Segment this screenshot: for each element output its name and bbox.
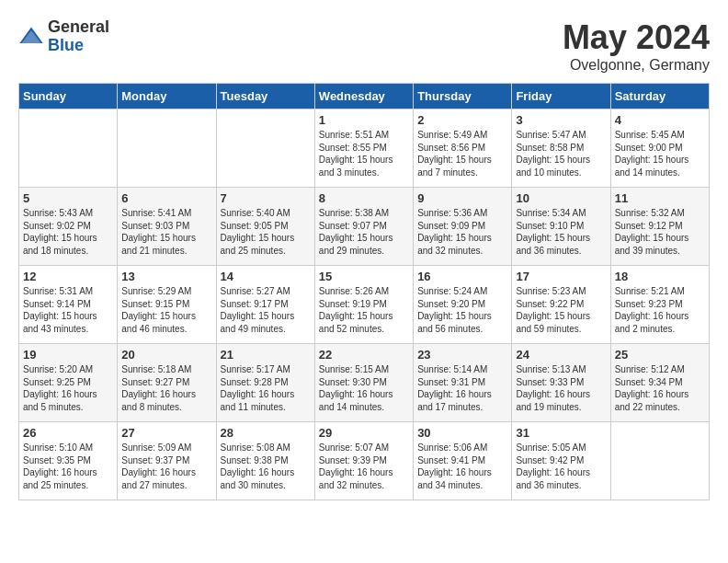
day-number: 26 [23,426,113,440]
day-number: 11 [615,191,705,205]
day-cell: 8Sunrise: 5:38 AM Sunset: 9:07 PM Daylig… [314,188,413,266]
day-cell: 31Sunrise: 5:05 AM Sunset: 9:42 PM Dayli… [512,422,610,500]
logo-blue-text: Blue [48,37,109,55]
day-number: 29 [319,426,409,440]
header-row: SundayMondayTuesdayWednesdayThursdayFrid… [19,84,710,109]
day-cell: 3Sunrise: 5:47 AM Sunset: 8:58 PM Daylig… [512,109,610,188]
day-cell: 14Sunrise: 5:27 AM Sunset: 9:17 PM Dayli… [216,266,314,344]
day-cell [610,422,709,500]
page-header: General Blue May 2024 Ovelgonne, Germany [18,18,710,74]
logo-general-text: General [48,18,109,37]
day-info: Sunrise: 5:45 AM Sunset: 9:00 PM Dayligh… [615,129,705,178]
day-info: Sunrise: 5:32 AM Sunset: 9:12 PM Dayligh… [615,207,705,257]
day-cell: 5Sunrise: 5:43 AM Sunset: 9:02 PM Daylig… [19,188,118,266]
day-number: 9 [417,191,507,205]
day-info: Sunrise: 5:34 AM Sunset: 9:10 PM Dayligh… [516,207,606,257]
day-number: 10 [516,191,606,205]
day-cell: 16Sunrise: 5:24 AM Sunset: 9:20 PM Dayli… [414,266,512,344]
day-cell: 28Sunrise: 5:08 AM Sunset: 9:38 PM Dayli… [216,422,314,500]
day-info: Sunrise: 5:18 AM Sunset: 9:27 PM Dayligh… [121,363,211,413]
day-info: Sunrise: 5:10 AM Sunset: 9:35 PM Dayligh… [23,442,113,491]
day-cell: 11Sunrise: 5:32 AM Sunset: 9:12 PM Dayli… [610,188,709,266]
day-info: Sunrise: 5:14 AM Sunset: 9:31 PM Dayligh… [417,363,507,413]
column-header-friday: Friday [512,84,610,109]
column-header-thursday: Thursday [414,84,512,109]
week-row-3: 12Sunrise: 5:31 AM Sunset: 9:14 PM Dayli… [19,266,710,344]
day-info: Sunrise: 5:27 AM Sunset: 9:17 PM Dayligh… [221,285,311,335]
day-number: 13 [121,270,211,283]
day-number: 28 [221,426,311,440]
logo-icon [18,24,44,50]
day-info: Sunrise: 5:41 AM Sunset: 9:03 PM Dayligh… [121,207,211,257]
day-number: 4 [615,113,705,127]
day-number: 30 [417,426,507,440]
day-cell: 9Sunrise: 5:36 AM Sunset: 9:09 PM Daylig… [414,188,512,266]
day-number: 25 [615,348,705,362]
day-cell: 4Sunrise: 5:45 AM Sunset: 9:00 PM Daylig… [610,109,709,188]
day-info: Sunrise: 5:20 AM Sunset: 9:25 PM Dayligh… [23,363,113,413]
location: Ovelgonne, Germany [563,57,710,74]
day-cell: 2Sunrise: 5:49 AM Sunset: 8:56 PM Daylig… [414,109,512,188]
day-cell [19,109,118,188]
day-info: Sunrise: 5:06 AM Sunset: 9:41 PM Dayligh… [417,442,507,491]
day-number: 18 [615,270,705,283]
day-info: Sunrise: 5:07 AM Sunset: 9:39 PM Dayligh… [319,442,409,491]
day-number: 24 [516,348,606,362]
day-number: 31 [516,426,606,440]
day-number: 15 [319,270,409,283]
day-info: Sunrise: 5:29 AM Sunset: 9:15 PM Dayligh… [121,285,211,335]
day-cell: 12Sunrise: 5:31 AM Sunset: 9:14 PM Dayli… [19,266,118,344]
day-info: Sunrise: 5:49 AM Sunset: 8:56 PM Dayligh… [417,129,507,178]
day-cell: 6Sunrise: 5:41 AM Sunset: 9:03 PM Daylig… [118,188,216,266]
day-number: 22 [319,348,409,362]
day-number: 7 [221,191,311,205]
title-block: May 2024 Ovelgonne, Germany [563,18,710,74]
day-info: Sunrise: 5:38 AM Sunset: 9:07 PM Dayligh… [319,207,409,257]
day-number: 20 [121,348,211,362]
day-cell: 17Sunrise: 5:23 AM Sunset: 9:22 PM Dayli… [512,266,610,344]
day-number: 16 [417,270,507,283]
day-info: Sunrise: 5:47 AM Sunset: 8:58 PM Dayligh… [516,129,606,178]
day-number: 14 [221,270,311,283]
day-info: Sunrise: 5:26 AM Sunset: 9:19 PM Dayligh… [319,285,409,335]
day-info: Sunrise: 5:51 AM Sunset: 8:55 PM Dayligh… [319,129,409,178]
day-number: 19 [23,348,113,362]
day-info: Sunrise: 5:31 AM Sunset: 9:14 PM Dayligh… [23,285,113,335]
day-cell [118,109,216,188]
column-header-sunday: Sunday [19,84,118,109]
week-row-4: 19Sunrise: 5:20 AM Sunset: 9:25 PM Dayli… [19,344,710,422]
day-cell: 7Sunrise: 5:40 AM Sunset: 9:05 PM Daylig… [216,188,314,266]
day-info: Sunrise: 5:23 AM Sunset: 9:22 PM Dayligh… [516,285,606,335]
day-cell: 23Sunrise: 5:14 AM Sunset: 9:31 PM Dayli… [414,344,512,422]
day-cell: 15Sunrise: 5:26 AM Sunset: 9:19 PM Dayli… [314,266,413,344]
day-number: 2 [417,113,507,127]
month-title: May 2024 [563,18,710,57]
day-cell: 20Sunrise: 5:18 AM Sunset: 9:27 PM Dayli… [118,344,216,422]
day-number: 17 [516,270,606,283]
day-cell: 18Sunrise: 5:21 AM Sunset: 9:23 PM Dayli… [610,266,709,344]
column-header-monday: Monday [118,84,216,109]
day-number: 27 [121,426,211,440]
day-info: Sunrise: 5:15 AM Sunset: 9:30 PM Dayligh… [319,363,409,413]
day-info: Sunrise: 5:36 AM Sunset: 9:09 PM Dayligh… [417,207,507,257]
day-cell: 27Sunrise: 5:09 AM Sunset: 9:37 PM Dayli… [118,422,216,500]
day-number: 8 [319,191,409,205]
day-number: 1 [319,113,409,127]
day-cell: 10Sunrise: 5:34 AM Sunset: 9:10 PM Dayli… [512,188,610,266]
day-info: Sunrise: 5:21 AM Sunset: 9:23 PM Dayligh… [615,285,705,335]
column-header-saturday: Saturday [610,84,709,109]
day-info: Sunrise: 5:40 AM Sunset: 9:05 PM Dayligh… [221,207,311,257]
day-cell [216,109,314,188]
day-cell: 19Sunrise: 5:20 AM Sunset: 9:25 PM Dayli… [19,344,118,422]
day-number: 23 [417,348,507,362]
day-number: 3 [516,113,606,127]
week-row-1: 1Sunrise: 5:51 AM Sunset: 8:55 PM Daylig… [19,109,710,188]
day-info: Sunrise: 5:08 AM Sunset: 9:38 PM Dayligh… [221,442,311,491]
day-info: Sunrise: 5:24 AM Sunset: 9:20 PM Dayligh… [417,285,507,335]
column-header-wednesday: Wednesday [314,84,413,109]
day-cell: 29Sunrise: 5:07 AM Sunset: 9:39 PM Dayli… [314,422,413,500]
day-info: Sunrise: 5:43 AM Sunset: 9:02 PM Dayligh… [23,207,113,257]
week-row-2: 5Sunrise: 5:43 AM Sunset: 9:02 PM Daylig… [19,188,710,266]
day-number: 6 [121,191,211,205]
day-cell: 13Sunrise: 5:29 AM Sunset: 9:15 PM Dayli… [118,266,216,344]
